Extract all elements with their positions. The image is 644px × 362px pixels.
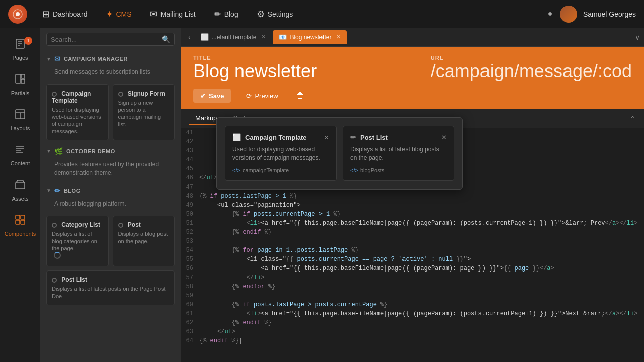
save-check-icon: ✔ <box>200 92 206 100</box>
post-list-title: Post List <box>61 276 87 283</box>
component-campaign-template[interactable]: Campaign Template Used for displaying we… <box>46 84 109 140</box>
line-number: 45 <box>181 164 199 173</box>
tab-arrow-left[interactable]: ‹ <box>185 31 194 43</box>
mail-icon: ✉ <box>150 9 157 20</box>
line-content: {% if posts.lastPage > 1 %} <box>199 192 644 201</box>
icon-sidebar: Pages 1 Partials Layouts <box>0 28 40 362</box>
svg-rect-6 <box>16 74 21 83</box>
component-signup-form[interactable]: Signup Form Sign up a new person to a ca… <box>113 84 175 140</box>
tab-close-newsletter[interactable]: ✕ <box>336 34 341 40</box>
nav-blog[interactable]: ✏ Blog <box>207 6 246 23</box>
dropdown-campaign-template[interactable]: ⬜ Campaign Template ✕ Used for displayin… <box>225 126 337 181</box>
component-post[interactable]: Post Displays a blog post on the page. <box>113 216 175 266</box>
nav-settings[interactable]: ⚙ Settings <box>250 6 300 23</box>
star-icon[interactable]: ✦ <box>546 9 554 20</box>
line-content: </li> <box>199 273 644 282</box>
tab-blog-newsletter[interactable]: 📧 Blog newsletter ✕ <box>273 30 347 44</box>
line-content: {% endif %}| <box>199 336 644 345</box>
line-number: 59 <box>181 291 199 300</box>
settings-icon: ⚙ <box>257 9 265 20</box>
tab-default-label: ...efault template <box>212 34 257 41</box>
code-line: 51 <li><a href="{{ this.page.baseFileNam… <box>181 219 644 228</box>
svg-rect-18 <box>21 215 25 219</box>
dropdown-post-title: Post List <box>360 134 388 141</box>
code-line: 62 {% endif %} <box>181 318 644 327</box>
post-list-desc: Displays a list of latest posts on the P… <box>52 285 169 300</box>
line-content: <ul class="pagination"> <box>199 201 644 210</box>
sidebar-item-layouts[interactable]: Layouts <box>0 103 40 136</box>
dropdown-post-close[interactable]: ✕ <box>441 134 447 141</box>
post-desc: Displays a blog post on the page. <box>118 230 170 245</box>
category-list-title: Category List <box>61 221 100 228</box>
tab-default-template[interactable]: ⬜ ...efault template ✕ <box>195 30 272 44</box>
arrow-icon: ▼ <box>46 148 51 154</box>
line-content: <li><a href="{{ this.page.baseFileName|p… <box>199 309 644 318</box>
radio-post[interactable] <box>118 223 123 228</box>
sidebar-item-assets[interactable]: Assets <box>0 173 40 207</box>
dashboard-icon: ⊞ <box>42 9 50 20</box>
search-input[interactable] <box>51 36 162 43</box>
line-number: 41 <box>181 128 199 137</box>
save-button[interactable]: ✔ Save <box>193 89 231 103</box>
line-number: 46 <box>181 173 199 183</box>
code-line: 64{% endif %}| <box>181 336 644 345</box>
title-label: TITLE <box>193 55 317 61</box>
url-label: URL <box>431 55 632 61</box>
editor-chevron-icon[interactable]: ⌃ <box>630 115 636 123</box>
dropdown-campaign-title: Campaign Template <box>245 134 307 141</box>
demo-section-desc: Provides features used by the provided d… <box>40 159 181 183</box>
tab-bar-chevron[interactable]: ∨ <box>635 33 640 41</box>
radio-signup-form[interactable] <box>118 92 123 97</box>
line-number: 61 <box>181 309 199 318</box>
tab-bar: ‹ ⬜ ...efault template ✕ 📧 Blog newslett… <box>181 28 644 47</box>
line-content: <a href="{{ this.page.baseFileName|page(… <box>199 264 644 273</box>
line-content: <li><a href="{{ this.page.baseFileName|p… <box>199 219 644 228</box>
campaign-template-title: Campaign Template <box>52 90 91 104</box>
tag-code-icon: </> <box>232 167 240 173</box>
line-content: </ul> <box>199 327 644 336</box>
svg-rect-8 <box>21 79 25 83</box>
nav-dashboard[interactable]: ⊞ Dashboard <box>35 6 95 23</box>
nav-mailing-list[interactable]: ✉ Mailing List <box>143 6 203 23</box>
nav-cms[interactable]: ✦ CMS <box>99 6 139 23</box>
preview-icon: ⟳ <box>246 92 252 100</box>
sidebar-item-partials[interactable]: Partials <box>0 68 40 101</box>
svg-point-1 <box>16 12 20 16</box>
sidebar-item-components[interactable]: Components <box>0 209 40 242</box>
dropdown-campaign-close[interactable]: ✕ <box>324 134 329 141</box>
component-post-list[interactable]: Post List Displays a list of latest post… <box>46 270 175 305</box>
blog-section-label: BLOG <box>64 188 81 194</box>
avatar[interactable] <box>560 6 577 23</box>
tab-close-default[interactable]: ✕ <box>261 34 266 40</box>
section-blog[interactable]: ▼ ✏ BLOG <box>40 183 181 199</box>
component-category-list[interactable]: Category List Displays a list of blog ca… <box>46 216 109 266</box>
radio-category-list[interactable] <box>52 223 57 228</box>
line-number: 51 <box>181 219 199 228</box>
app-logo[interactable] <box>8 5 27 24</box>
campaign-template-desc: Used for displaying web-based versions o… <box>52 106 103 135</box>
signup-form-desc: Sign up a new person to a campaign maili… <box>118 99 170 128</box>
section-october-demo[interactable]: ▼ 🌿 OCTOBER DEMO <box>40 143 181 159</box>
loading-spinner <box>54 252 61 259</box>
dropdown-campaign-tag: campaignTemplate <box>243 167 289 173</box>
code-line: 58 {% endfor %} <box>181 282 644 291</box>
layouts-icon <box>14 108 26 123</box>
sidebar-item-content[interactable]: Content <box>0 138 40 171</box>
delete-button[interactable]: 🗑 <box>293 88 307 103</box>
preview-button[interactable]: ⟳ Preview <box>239 89 285 103</box>
code-line: 49 <ul class="pagination"> <box>181 201 644 210</box>
line-number: 64 <box>181 336 199 345</box>
radio-post-list[interactable] <box>52 278 57 283</box>
dropdown-post-list[interactable]: ✏ Post List ✕ Displays a list of latest … <box>343 126 454 181</box>
component-dropdown: ⬜ Campaign Template ✕ Used for displayin… <box>216 117 463 190</box>
section-campaign-manager[interactable]: ▼ ✉ CAMPAIGN MANAGER <box>40 51 181 67</box>
code-line: 50 {% if posts.currentPage > 1 %} <box>181 210 644 219</box>
code-line: 61 <li><a href="{{ this.page.baseFileNam… <box>181 309 644 318</box>
sidebar-item-pages[interactable]: Pages 1 <box>0 33 40 66</box>
radio-campaign-template[interactable] <box>52 92 57 97</box>
username-label: Samuel Georges <box>583 10 636 18</box>
components-icon <box>14 214 26 229</box>
demo-icon: 🌿 <box>54 147 63 155</box>
line-content: {% for page in 1..posts.lastPage %} <box>199 246 644 255</box>
campaign-components: Campaign Template Used for displaying we… <box>40 81 181 143</box>
